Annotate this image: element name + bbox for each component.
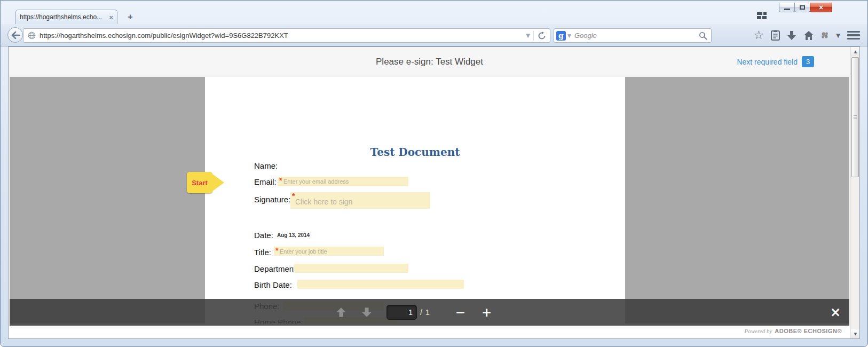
search-icon[interactable]: [699, 31, 707, 40]
reload-icon: [538, 31, 546, 40]
page-viewport: Please e-sign: Test Widget Next required…: [8, 46, 860, 339]
tab-title: https://hogarthshelms.echo...: [20, 13, 106, 21]
document-page: Test Document Name: Email: * Enter your …: [205, 77, 625, 324]
job-title-field[interactable]: * Enter your job title: [274, 247, 384, 256]
page-toolbar-controls: / 1 − +: [335, 299, 492, 326]
page-total-value: 1: [425, 308, 430, 317]
home-icon[interactable]: [803, 30, 814, 41]
job-title-placeholder: Enter your job title: [280, 248, 327, 255]
back-icon: [11, 31, 20, 39]
esign-footer: Powered by ADOBE® ECHOSIGN®: [9, 324, 850, 338]
birth-date-field[interactable]: [297, 280, 464, 289]
start-tag[interactable]: Start: [187, 172, 212, 193]
close-icon: ×: [819, 4, 823, 11]
minimize-icon: [784, 9, 790, 10]
browser-tab[interactable]: https://hogarthshelms.echo... ×: [15, 10, 117, 24]
scrollbar-up-icon[interactable]: ▲: [851, 47, 860, 56]
tab-strip: https://hogarthshelms.echo... × + ×: [1, 1, 867, 24]
minimize-button[interactable]: [779, 3, 795, 12]
next-page-button[interactable]: [361, 306, 373, 318]
required-marker: *: [275, 246, 278, 255]
close-toolbar-button[interactable]: ×: [830, 299, 841, 326]
search-input[interactable]: Google: [574, 31, 699, 40]
up-arrow-icon: [335, 306, 347, 318]
scrollbar-down-icon[interactable]: ▼: [851, 329, 860, 338]
navigation-bar: https://hogarthshelms.echosign.com/publi…: [1, 24, 867, 46]
start-tag-label: Start: [192, 179, 208, 187]
bookmark-star-icon[interactable]: ☆: [754, 29, 764, 41]
document-area: Test Document Name: Email: * Enter your …: [10, 77, 849, 324]
field-label-department: Department:: [254, 264, 298, 273]
zoom-in-button[interactable]: +: [482, 306, 492, 319]
required-marker: *: [292, 192, 295, 200]
zoom-out-button[interactable]: −: [455, 306, 465, 319]
reading-list-icon[interactable]: [771, 30, 780, 41]
field-label-birth-date: Birth Date:: [254, 280, 292, 289]
next-required-field[interactable]: Next required field 3: [737, 47, 814, 76]
browser-window: https://hogarthshelms.echo... × + × http…: [0, 0, 868, 347]
date-value: Aug 13, 2014: [277, 232, 310, 238]
down-arrow-icon: [361, 306, 373, 318]
search-engine-dropdown-icon[interactable]: ▼: [566, 33, 574, 38]
addon-dropdown-icon[interactable]: ▼: [836, 33, 840, 38]
addon-icon[interactable]: [821, 31, 829, 39]
signature-placeholder: Click here to sign: [295, 198, 352, 206]
scrollbar-thumb[interactable]: [851, 57, 859, 177]
globe-icon: [28, 31, 36, 40]
esign-header: Please e-sign: Test Widget Next required…: [9, 47, 850, 76]
next-required-badge: 3: [802, 56, 814, 67]
maximize-icon: [800, 5, 805, 10]
email-placeholder: Enter your email address: [283, 178, 349, 185]
department-field[interactable]: [294, 264, 408, 273]
document-title: Test Document: [205, 146, 625, 159]
field-label-email: Email:: [254, 177, 277, 186]
powered-by-label: Powered by: [745, 328, 772, 334]
search-bar[interactable]: g ▼ Google: [554, 28, 712, 43]
url-bar[interactable]: https://hogarthshelms.echosign.com/publi…: [23, 28, 550, 43]
field-label-name: Name:: [254, 161, 278, 170]
window-controls: ×: [779, 3, 832, 12]
new-tab-button[interactable]: +: [123, 12, 137, 22]
page-count: / 1: [420, 308, 430, 317]
tab-close-icon[interactable]: ×: [109, 14, 113, 21]
page-scrollbar[interactable]: ▲ ▼: [850, 47, 859, 338]
url-text[interactable]: https://hogarthshelms.echosign.com/publi…: [40, 31, 523, 40]
download-icon[interactable]: [787, 30, 796, 41]
google-icon: g: [556, 31, 566, 41]
back-button[interactable]: [7, 27, 23, 43]
reload-button[interactable]: [534, 31, 550, 40]
field-label-title: Title:: [254, 248, 271, 257]
field-label-date: Date:: [254, 231, 273, 240]
toolbar-icons: ☆ ▼: [754, 24, 867, 46]
next-required-label[interactable]: Next required field: [737, 58, 798, 66]
menu-icon[interactable]: [847, 31, 860, 40]
adobe-echosign-logo: ADOBE® ECHOSIGN®: [775, 328, 842, 334]
field-label-signature: Signature:: [254, 195, 290, 204]
previous-page-button[interactable]: [335, 306, 347, 318]
start-tag-arrow-icon: [212, 174, 224, 191]
required-marker: *: [279, 176, 282, 185]
signature-field[interactable]: * Click here to sign: [290, 192, 430, 209]
tab-groups-icon[interactable]: [757, 12, 767, 20]
page-number-input[interactable]: [386, 305, 417, 320]
url-dropdown-icon[interactable]: ▼: [523, 33, 533, 38]
close-window-button[interactable]: ×: [810, 3, 832, 12]
page-toolbar: / 1 − + ×: [10, 299, 849, 326]
email-field[interactable]: * Enter your email address: [278, 177, 408, 186]
page-title: Please e-sign: Test Widget: [9, 47, 850, 76]
maximize-button[interactable]: [794, 3, 810, 12]
page-separator: /: [420, 308, 422, 317]
